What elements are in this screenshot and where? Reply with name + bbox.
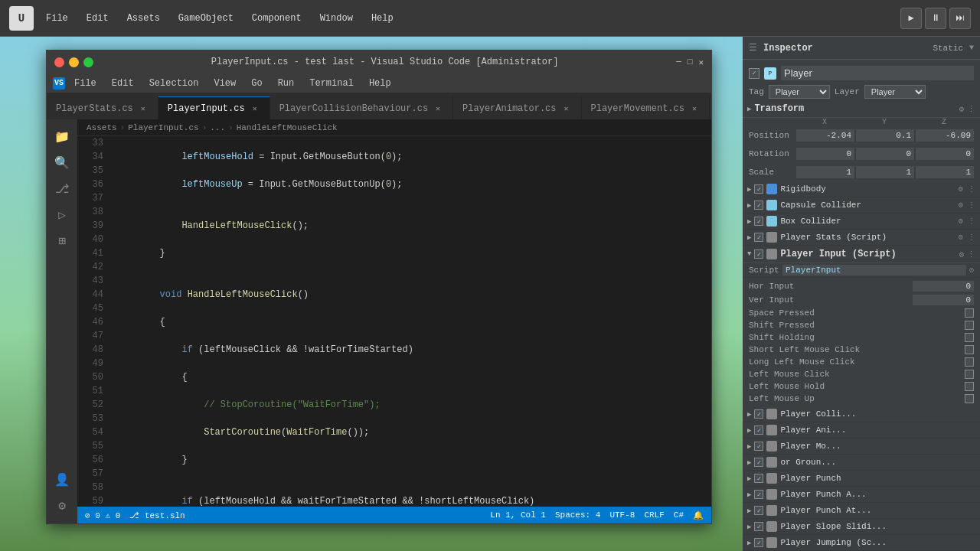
tab-close-icon[interactable]: ✕	[561, 103, 572, 114]
script-select-icon[interactable]: ⊙	[969, 266, 974, 275]
scale-z[interactable]: 1	[916, 166, 974, 178]
status-line-ending[interactable]: CRLF	[644, 510, 664, 520]
layer-select[interactable]: Player	[864, 85, 926, 99]
play-button[interactable]: ▶	[900, 8, 922, 29]
space-pressed-checkbox[interactable]	[965, 308, 974, 318]
object-enabled-checkbox[interactable]: ✓	[749, 68, 760, 79]
tag-select[interactable]: Player	[769, 85, 830, 99]
long-lmc-checkbox[interactable]	[965, 357, 974, 367]
status-spaces[interactable]: Spaces: 4	[555, 510, 600, 520]
activity-extensions[interactable]: ⊞	[51, 230, 74, 253]
tab-close-icon[interactable]: ✕	[250, 103, 260, 114]
unity-menu-edit[interactable]: Edit	[80, 10, 115, 27]
menu-view[interactable]: View	[207, 77, 242, 90]
rigidbody-settings-icon[interactable]: ⚙ ⋮	[959, 184, 975, 194]
menu-help[interactable]: Help	[363, 77, 397, 90]
player-animator-row[interactable]: ▶ ✓ Player Ani...	[743, 422, 980, 439]
transform-settings-icon[interactable]: ⚙	[959, 104, 964, 114]
status-position[interactable]: Ln 1, Col 1	[490, 510, 546, 520]
scale-x[interactable]: 1	[796, 166, 854, 178]
rigidbody-row[interactable]: ▶ ✓ Rigidbody ⚙ ⋮	[743, 181, 980, 197]
capsule-settings-icon[interactable]: ⚙ ⋮	[959, 201, 975, 210]
close-button[interactable]	[54, 57, 64, 67]
player-input-settings-icon[interactable]: ⚙	[959, 249, 964, 259]
shift-holding-checkbox[interactable]	[965, 333, 974, 342]
unity-menu-assets[interactable]: Assets	[121, 10, 166, 27]
step-button[interactable]: ⏭	[949, 8, 971, 29]
checkbox[interactable]: ✓	[754, 458, 763, 467]
checkbox[interactable]: ✓	[754, 490, 763, 499]
rotation-y[interactable]: 0	[856, 148, 914, 160]
activity-explorer[interactable]: 📁	[51, 126, 74, 148]
left-mouse-up-checkbox[interactable]	[965, 394, 974, 403]
minimize-button[interactable]	[69, 57, 79, 67]
unity-menu-component[interactable]: Component	[246, 10, 308, 27]
box-checkbox[interactable]: ✓	[754, 217, 763, 226]
capsule-checkbox[interactable]: ✓	[754, 201, 763, 210]
box-collider-row[interactable]: ▶ ✓ Box Collider ⚙ ⋮	[743, 214, 980, 230]
rotation-z[interactable]: 0	[916, 148, 974, 160]
player-input-section-header[interactable]: ▼ ✓ Player Input (Script) ⚙ ⋮	[743, 246, 980, 263]
tab-playerstats[interactable]: PlayerStats.cs ✕	[47, 96, 158, 119]
status-encoding[interactable]: UTF-8	[609, 510, 635, 520]
tab-playercollision[interactable]: PlayerCollisionBehaviour.cs ✕	[270, 96, 453, 119]
player-punch-row[interactable]: ▶ ✓ Player Punch	[743, 471, 980, 487]
unity-menu-file[interactable]: File	[40, 10, 74, 27]
player-punch-at-row[interactable]: ▶ ✓ Player Punch At...	[743, 503, 980, 519]
inspector-dropdown-icon[interactable]: ▼	[969, 44, 974, 52]
player-slope-row[interactable]: ▶ ✓ Player Slope Slidi...	[743, 519, 980, 535]
checkbox[interactable]: ✓	[754, 442, 763, 451]
stats-settings-icon[interactable]: ⚙ ⋮	[959, 233, 975, 242]
menu-run[interactable]: Run	[272, 77, 301, 90]
hor-input-value[interactable]: 0	[913, 281, 974, 292]
box-settings-icon[interactable]: ⚙ ⋮	[959, 217, 975, 226]
activity-search[interactable]: 🔍	[51, 152, 74, 174]
shift-pressed-checkbox[interactable]	[965, 321, 974, 330]
left-mouse-click-checkbox[interactable]	[965, 370, 974, 379]
position-y[interactable]: 0.1	[856, 129, 914, 142]
checkbox[interactable]: ✓	[754, 538, 763, 547]
maximize-button[interactable]	[83, 57, 93, 67]
status-branch[interactable]: ⎇ test.sln	[129, 510, 185, 520]
window-control-max[interactable]: □	[688, 57, 693, 67]
tab-close-icon[interactable]: ✕	[433, 103, 443, 114]
unity-menu-gameobject[interactable]: GameObject	[172, 10, 240, 27]
tab-close-icon[interactable]: ✕	[689, 103, 700, 114]
object-name-input[interactable]	[781, 66, 974, 80]
ver-input-value[interactable]: 0	[913, 295, 974, 305]
code-content[interactable]: leftMouseHold = Input.GetMouseButton(0);…	[109, 136, 711, 507]
tab-close-icon[interactable]: ✕	[138, 103, 149, 114]
tab-playeranimator[interactable]: PlayerAnimator.cs ✕	[453, 96, 581, 119]
short-lmc-checkbox[interactable]	[965, 345, 974, 354]
player-input-checkbox[interactable]: ✓	[754, 249, 763, 259]
or-ground-row[interactable]: ▶ ✓ or Groun...	[743, 455, 980, 471]
menu-file[interactable]: File	[68, 77, 103, 90]
activity-account[interactable]: 👤	[51, 468, 74, 491]
transform-options-icon[interactable]: ⋮	[967, 104, 975, 114]
unity-menu-window[interactable]: Window	[314, 10, 359, 27]
window-control-min[interactable]: ─	[676, 57, 681, 67]
menu-selection[interactable]: Selection	[143, 77, 205, 90]
position-z[interactable]: -6.09	[916, 129, 974, 142]
script-field[interactable]: PlayerInput	[782, 265, 966, 276]
player-jumping-row[interactable]: ▶ ✓ Player Jumping (Sc...	[743, 535, 980, 551]
rigidbody-checkbox[interactable]: ✓	[754, 184, 763, 194]
activity-source-control[interactable]: ⎇	[51, 178, 74, 201]
menu-edit[interactable]: Edit	[106, 77, 140, 90]
player-stats-row[interactable]: ▶ ✓ Player Stats (Script) ⚙ ⋮	[743, 230, 980, 246]
menu-go[interactable]: Go	[245, 77, 268, 90]
position-x[interactable]: -2.04	[796, 129, 854, 142]
player-punch-a-row[interactable]: ▶ ✓ Player Punch A...	[743, 487, 980, 503]
activity-run[interactable]: ▷	[51, 204, 74, 227]
pause-button[interactable]: ⏸	[925, 8, 946, 29]
unity-menu-help[interactable]: Help	[365, 10, 400, 27]
menu-terminal[interactable]: Terminal	[303, 77, 360, 90]
rotation-x[interactable]: 0	[796, 148, 854, 160]
left-mouse-hold-checkbox[interactable]	[965, 382, 974, 391]
scale-y[interactable]: 1	[856, 166, 914, 178]
player-movement-row[interactable]: ▶ ✓ Player Mo...	[743, 439, 980, 455]
player-collider-row[interactable]: ▶ ✓ Player Colli...	[743, 406, 980, 422]
tab-playerinput[interactable]: PlayerInput.cs ✕	[158, 96, 270, 119]
checkbox[interactable]: ✓	[754, 474, 763, 483]
transform-section-header[interactable]: ▶ Transform ⚙ ⋮	[743, 100, 980, 118]
